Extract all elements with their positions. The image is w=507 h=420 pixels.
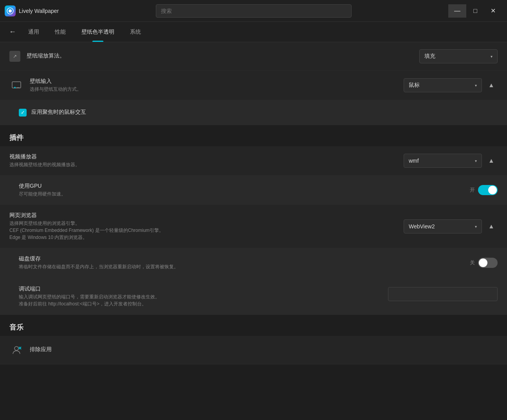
disk-cache-toggle-thumb	[479, 258, 487, 267]
tab-general[interactable]: 通用	[22, 22, 45, 42]
tab-wallpaper-transparency[interactable]: 壁纸色半透明	[75, 22, 121, 42]
web-browser-title: 网页浏览器	[9, 212, 404, 219]
web-browser-control: WebView2 ▾ ▲	[404, 219, 498, 233]
wallpaper-input-dropdown[interactable]: 鼠标 ▾	[404, 78, 482, 92]
exclude-apps-text: 排除应用	[30, 346, 498, 354]
disk-cache-control: 关	[470, 258, 498, 268]
close-button[interactable]: ✕	[484, 4, 502, 18]
exclude-apps-row: 排除应用	[0, 336, 507, 364]
debug-port-row: 调试端口 输入调试网页壁纸的端口号，需要重新启动浏览器才能使修改生效。 准备好后…	[0, 278, 507, 315]
debug-port-desc1: 输入调试网页壁纸的端口号，需要重新启动浏览器才能使修改生效。	[19, 293, 388, 300]
disk-cache-title: 磁盘缓存	[19, 255, 470, 262]
web-browser-collapse-button[interactable]: ▲	[485, 220, 498, 233]
use-gpu-toggle-label: 开	[470, 187, 475, 194]
navbar: ← 通用 性能 壁纸色半透明 系统	[0, 22, 507, 42]
wallpaper-scale-control: 填充 ▾	[419, 49, 498, 63]
wallpaper-input-control: 鼠标 ▾ ▲	[404, 78, 498, 92]
app-logo	[5, 5, 16, 16]
web-browser-desc1: 选择网页壁纸使用的浏览器引擎。	[9, 220, 404, 227]
svg-point-3	[14, 87, 16, 88]
maximize-button[interactable]: □	[466, 4, 484, 18]
video-player-title: 视频播放器	[9, 153, 404, 160]
video-player-text: 视频播放器 选择视频壁纸使用的视频播放器。	[9, 153, 404, 168]
settings-content: ↗ 壁纸缩放算法。 填充 ▾ 壁纸输入 选择与壁纸互动的方式。 鼠标	[0, 42, 507, 420]
exclude-apps-title: 排除应用	[30, 346, 498, 353]
web-browser-desc3: Edge 是 Windows 10 内置的浏览器。	[9, 234, 404, 241]
video-player-row: 视频播放器 选择视频壁纸使用的视频播放器。 wmf ▾ ▲	[0, 146, 507, 176]
use-gpu-desc: 尽可能使用硬件加速。	[19, 190, 470, 197]
use-gpu-title: 使用GPU	[19, 183, 470, 190]
web-browser-desc2: CEF (Chromium Embedded Framework) 是一个轻量级…	[9, 227, 404, 234]
debug-port-input[interactable]	[388, 287, 498, 301]
disk-cache-desc: 将临时文件存储在磁盘而不是内存上，当浏览器重新启动时，设置将被恢复。	[19, 263, 470, 270]
web-browser-arrow-icon: ▾	[475, 224, 477, 229]
input-collapse-button[interactable]: ▲	[485, 79, 498, 92]
minimize-button[interactable]: —	[448, 4, 466, 18]
search-input[interactable]	[156, 4, 352, 18]
wallpaper-input-desc: 选择与壁纸互动的方式。	[30, 86, 404, 93]
wallpaper-input-title: 壁纸输入	[30, 78, 404, 85]
svg-rect-2	[12, 82, 21, 88]
back-button[interactable]: ←	[6, 26, 19, 38]
use-gpu-toggle[interactable]	[478, 185, 498, 195]
input-dropdown-arrow-icon: ▾	[475, 83, 477, 88]
disk-cache-toggle-container: 关	[470, 258, 498, 268]
app-focus-text: 应用聚焦时的鼠标交互	[31, 109, 498, 117]
disk-cache-toggle[interactable]	[478, 258, 498, 268]
tab-system[interactable]: 系统	[124, 22, 147, 42]
toggle-thumb	[488, 186, 497, 194]
use-gpu-control: 开	[470, 185, 498, 195]
svg-point-4	[14, 346, 18, 350]
svg-point-1	[9, 9, 12, 13]
use-gpu-row: 使用GPU 尽可能使用硬件加速。 开	[0, 176, 507, 205]
app-focus-checkbox[interactable]: ✓	[19, 109, 27, 117]
wallpaper-input-row: 壁纸输入 选择与壁纸互动的方式。 鼠标 ▾ ▲	[0, 71, 507, 100]
scale-icon: ↗	[9, 51, 20, 62]
web-browser-row: 网页浏览器 选择网页壁纸使用的浏览器引擎。 CEF (Chromium Embe…	[0, 205, 507, 248]
search-box[interactable]	[156, 4, 352, 18]
wallpaper-scale-dropdown[interactable]: 填充 ▾	[419, 49, 498, 63]
video-player-arrow-icon: ▾	[475, 159, 477, 163]
dropdown-arrow-icon: ▾	[491, 54, 493, 59]
exclude-apps-icon	[9, 343, 23, 357]
web-browser-text: 网页浏览器 选择网页壁纸使用的浏览器引擎。 CEF (Chromium Embe…	[9, 212, 404, 241]
debug-port-text: 调试端口 输入调试网页壁纸的端口号，需要重新启动浏览器才能使修改生效。 准备好后…	[19, 285, 388, 307]
debug-port-title: 调试端口	[19, 285, 388, 293]
use-gpu-toggle-container: 开	[470, 185, 498, 195]
window-controls: — □ ✕	[448, 4, 502, 18]
video-player-desc: 选择视频壁纸使用的视频播放器。	[9, 161, 404, 168]
wallpaper-input-text: 壁纸输入 选择与壁纸互动的方式。	[30, 78, 404, 93]
video-player-collapse-button[interactable]: ▲	[485, 154, 498, 167]
web-browser-dropdown[interactable]: WebView2 ▾	[404, 219, 482, 233]
video-player-dropdown[interactable]: wmf ▾	[404, 154, 482, 168]
app-focus-label: 应用聚焦时的鼠标交互	[31, 109, 498, 116]
wallpaper-scale-row: ↗ 壁纸缩放算法。 填充 ▾	[0, 42, 507, 71]
use-gpu-text: 使用GPU 尽可能使用硬件加速。	[19, 183, 470, 197]
disk-cache-text: 磁盘缓存 将临时文件存储在磁盘而不是内存上，当浏览器重新启动时，设置将被恢复。	[19, 255, 470, 270]
tab-performance[interactable]: 性能	[49, 22, 72, 42]
disk-cache-row: 磁盘缓存 将临时文件存储在磁盘而不是内存上，当浏览器重新启动时，设置将被恢复。 …	[0, 248, 507, 278]
disk-cache-toggle-label: 关	[470, 259, 475, 266]
input-icon	[9, 78, 23, 92]
debug-port-desc2: 准备好后前往 http://localhost:<端口号>，进入开发者控制台。	[19, 300, 388, 307]
titlebar: Lively Wallpaper — □ ✕	[0, 0, 507, 22]
debug-port-control	[388, 287, 498, 301]
wallpaper-scale-text: 壁纸缩放算法。	[27, 52, 419, 60]
app-focus-row: ✓ 应用聚焦时的鼠标交互	[0, 100, 507, 125]
app-title: Lively Wallpaper	[19, 8, 59, 14]
plugins-section-header: 插件	[0, 125, 507, 146]
video-player-control: wmf ▾ ▲	[404, 154, 498, 168]
wallpaper-scale-title: 壁纸缩放算法。	[27, 52, 419, 59]
music-section-header: 音乐	[0, 315, 507, 336]
